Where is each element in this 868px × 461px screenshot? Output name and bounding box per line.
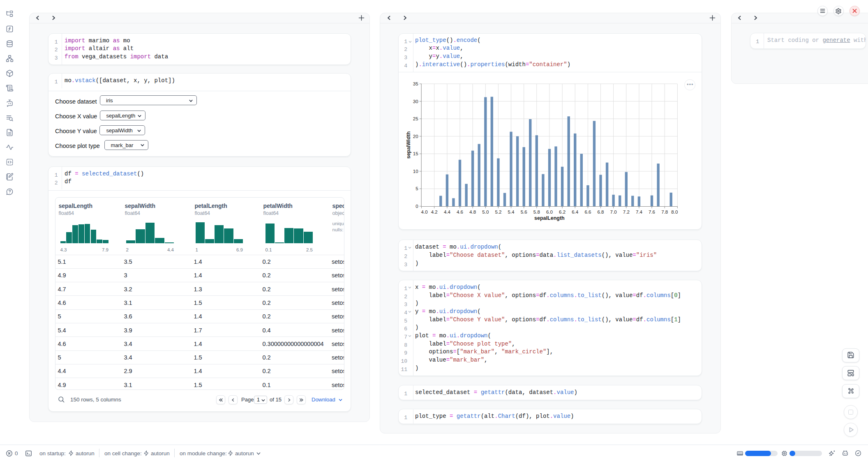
svg-text:10: 10 [413,169,418,174]
svg-text:7.0: 7.0 [610,210,617,214]
svg-text:6.0: 6.0 [546,210,553,214]
svg-text:7.2: 7.2 [623,210,630,214]
svg-text:5.4: 5.4 [508,210,515,214]
svg-text:4.2: 4.2 [431,210,438,214]
svg-text:4.4: 4.4 [444,210,451,214]
svg-text:6.6: 6.6 [584,210,591,214]
svg-text:0: 0 [416,204,418,209]
svg-text:5.6: 5.6 [521,210,527,214]
svg-text:sepalLength: sepalLength [534,215,565,221]
svg-text:4.8: 4.8 [469,210,476,214]
svg-text:30: 30 [413,99,418,104]
svg-text:5.8: 5.8 [533,210,540,214]
svg-text:35: 35 [413,81,418,86]
svg-text:6.2: 6.2 [559,210,566,214]
svg-text:4.0: 4.0 [421,210,428,214]
svg-text:4.6: 4.6 [457,210,463,214]
svg-text:8.0: 8.0 [671,210,678,214]
svg-text:20: 20 [413,134,418,139]
svg-text:7.4: 7.4 [636,210,643,214]
svg-text:7.8: 7.8 [661,210,668,214]
svg-text:25: 25 [413,116,418,121]
svg-text:7.6: 7.6 [649,210,655,214]
svg-text:15: 15 [413,151,418,156]
svg-text:5: 5 [416,186,418,191]
svg-text:6.8: 6.8 [598,210,604,214]
svg-text:6.4: 6.4 [572,210,579,214]
svg-text:5.0: 5.0 [482,210,489,214]
svg-text:5.2: 5.2 [495,210,501,214]
svg-text:sepalWidth: sepalWidth [406,131,411,159]
